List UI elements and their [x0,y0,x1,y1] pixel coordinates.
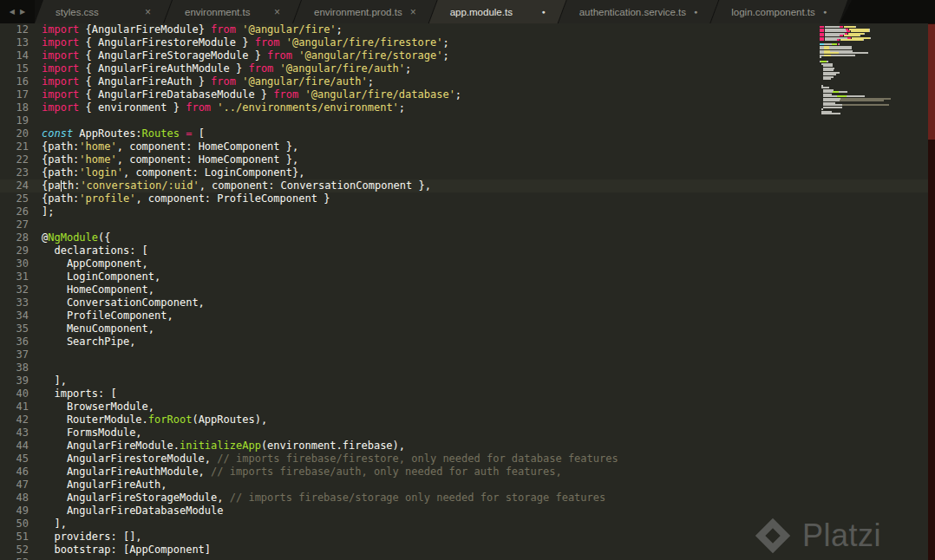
code-line[interactable]: 43 FormsModule, [0,427,935,440]
line-number[interactable]: 42 [0,413,42,427]
code-line[interactable]: 46 AngularFireAuthModule, // imports fir… [0,466,935,479]
scrollbar-track[interactable] [928,23,935,560]
code-line[interactable]: 20const AppRoutes:Routes = [ [0,127,935,140]
line-number[interactable]: 41 [0,400,42,413]
line-number[interactable]: 25 [0,192,42,205]
code-line[interactable]: 45 AngularFirestoreModule, // imports fi… [0,453,935,466]
code-line[interactable]: 42 RouterModule.forRoot(AppRoutes), [0,413,935,427]
line-number[interactable]: 46 [0,466,42,479]
line-number[interactable]: 48 [0,492,42,505]
close-icon[interactable]: × [274,7,280,17]
code-line[interactable]: 26]; [0,205,935,218]
line-number[interactable]: 38 [0,361,42,374]
code-line[interactable]: 44 AngularFireModule.initializeApp(envir… [0,440,935,453]
line-number[interactable]: 40 [0,387,42,400]
line-number[interactable]: 17 [0,88,42,101]
code-line[interactable]: 49 AngularFireDatabaseModule [0,505,935,518]
line-number[interactable]: 20 [0,127,42,140]
code-line[interactable]: 41 BrowserModule, [0,400,935,413]
tab-authentication-service-ts[interactable]: authentication.service.ts ● [559,0,719,23]
code-line[interactable]: 21{path:'home', component: HomeComponent… [0,140,935,153]
line-number[interactable]: 23 [0,166,42,179]
code-line[interactable]: 39 ], [0,374,935,387]
code-line[interactable]: 34 ProfileComponent, [0,309,935,322]
line-number[interactable]: 19 [0,114,42,127]
line-number[interactable]: 50 [0,518,42,531]
line-number[interactable]: 43 [0,427,42,440]
close-icon[interactable]: × [145,7,151,17]
code-line[interactable]: 23{path:'login', component: LoginCompone… [0,166,935,179]
code-line[interactable]: 29 declarations: [ [0,244,935,257]
line-number[interactable]: 13 [0,36,42,49]
code-text: AngularFireDatabaseModule [42,505,224,518]
code-line[interactable]: 25{path:'profile', component: ProfileCom… [0,192,935,205]
code-line[interactable]: 35 MenuComponent, [0,322,935,335]
line-number[interactable]: 16 [0,75,42,88]
line-number[interactable]: 33 [0,296,42,309]
code-line[interactable]: 12import {AngularFireModule} from '@angu… [0,23,935,36]
code-line[interactable]: 30 AppComponent, [0,257,935,270]
tab-environment-ts[interactable]: environment.ts × [164,0,301,23]
code-line[interactable]: 37 [0,348,935,361]
line-number[interactable]: 31 [0,270,42,283]
line-number[interactable]: 49 [0,505,42,518]
code-line[interactable]: 36 SearchPipe, [0,335,935,348]
line-number[interactable]: 45 [0,453,42,466]
line-number[interactable]: 32 [0,283,42,296]
code-line[interactable]: 40 imports: [ [0,387,935,400]
code-line[interactable]: 16import { AngularFireAuth } from '@angu… [0,75,935,88]
code-line[interactable]: 32 HomeComponent, [0,283,935,296]
code-text: SearchPipe, [42,335,135,348]
line-number[interactable]: 34 [0,309,42,322]
code-line[interactable]: 13import { AngularFirestoreModule } from… [0,36,935,49]
line-number[interactable]: 30 [0,257,42,270]
nav-forward-icon[interactable]: ▶ [20,8,25,16]
code-editor[interactable]: 12import {AngularFireModule} from '@angu… [0,23,935,560]
line-number[interactable]: 39 [0,374,42,387]
line-number[interactable]: 37 [0,348,42,361]
line-number[interactable]: 18 [0,101,42,114]
line-number[interactable]: 12 [0,23,42,36]
code-line[interactable]: 48 AngularFireStorageModule, // imports … [0,492,935,505]
code-line[interactable]: 15import { AngularFireAuthModule } from … [0,62,935,75]
line-number[interactable]: 47 [0,479,42,492]
line-number[interactable]: 24 [0,179,42,192]
line-number[interactable]: 44 [0,440,42,453]
line-number[interactable]: 14 [0,49,42,62]
tab-styles-css[interactable]: styles.css × [35,0,172,23]
nav-back-icon[interactable]: ◀ [10,8,15,16]
code-line[interactable]: 18import { environment } from '../enviro… [0,101,935,114]
line-number[interactable]: 15 [0,62,42,75]
line-number[interactable]: 21 [0,140,42,153]
line-number[interactable]: 53 [0,557,42,560]
tab-app-module-ts[interactable]: app.module.ts ● [429,0,566,23]
code-line[interactable]: 53 [0,557,935,560]
code-line[interactable]: 22{path:'home', component: HomeComponent… [0,153,935,166]
code-line[interactable]: 24{path:'conversation/:uid', component: … [0,179,935,192]
line-number[interactable]: 51 [0,531,42,544]
code-line[interactable]: 33 ConversationComponent, [0,296,935,309]
scrollbar-thumb[interactable] [928,24,935,140]
close-icon[interactable]: × [410,7,416,17]
line-number[interactable]: 28 [0,231,42,244]
code-token: ; [337,23,343,36]
line-number[interactable]: 52 [0,544,42,557]
code-line[interactable]: 17import { AngularFireDatabaseModule } f… [0,88,935,101]
line-number[interactable]: 27 [0,218,42,231]
code-line[interactable]: 47 AngularFireAuth, [0,479,935,492]
line-number[interactable]: 22 [0,153,42,166]
line-number[interactable]: 36 [0,335,42,348]
tab-login-component-ts[interactable]: login.component.ts ● [710,0,847,23]
code-text: {path:'profile', component: ProfileCompo… [42,192,330,205]
code-line[interactable]: 14import { AngularFireStorageModule } fr… [0,49,935,62]
line-number[interactable]: 26 [0,205,42,218]
line-number[interactable]: 35 [0,322,42,335]
tab-environment-prod-ts[interactable]: environment.prod.ts × [293,0,437,23]
code-line[interactable]: 31 LoginComponent, [0,270,935,283]
line-number[interactable]: 29 [0,244,42,257]
code-line[interactable]: 28@NgModule({ [0,231,935,244]
code-line[interactable]: 27 [0,218,935,231]
code-line[interactable]: 19 [0,114,935,127]
minimap[interactable] [820,26,906,117]
code-line[interactable]: 38 [0,361,935,374]
